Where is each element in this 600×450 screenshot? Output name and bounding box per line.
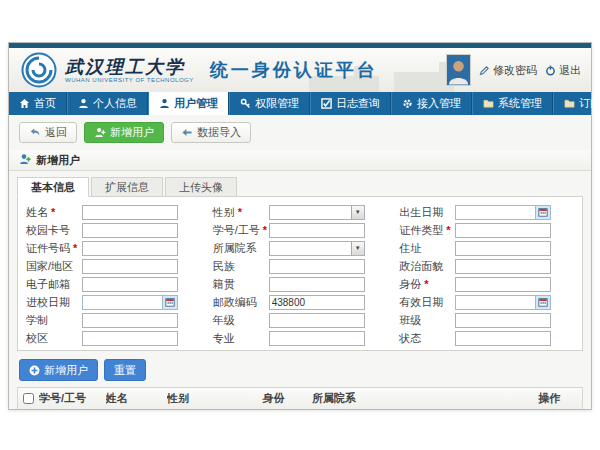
form-field-enroll-date: 进校日期 <box>20 295 207 310</box>
form-row: 学制年级班级 <box>20 311 580 329</box>
nav-item-permissions[interactable]: 权限管理 <box>229 92 310 115</box>
field-label-grade: 年级 <box>207 313 269 328</box>
field-input-valid-date[interactable] <box>456 296 535 309</box>
nav-item-label: 个人信息 <box>93 96 137 111</box>
field-input-campus[interactable] <box>82 331 178 346</box>
form-field-campus: 校区 <box>20 331 207 346</box>
field-date-birth-date <box>455 205 551 220</box>
calendar-icon[interactable] <box>535 296 550 309</box>
field-input-political-status[interactable] <box>455 259 551 274</box>
change-password-link[interactable]: 修改密码 <box>479 63 537 78</box>
reset-button-label: 重置 <box>114 363 136 378</box>
field-input-id-number[interactable] <box>82 241 178 256</box>
nav-item-system[interactable]: 系统管理 <box>472 92 553 115</box>
tab-basic-info[interactable]: 基本信息 <box>17 177 89 197</box>
content-area: 返回 新增用户 数据导入 新增用户 基本信息扩展信息上传头像 姓名*性别*▼出生… <box>9 115 591 409</box>
field-input-major[interactable] <box>269 331 365 346</box>
form-row: 国家/地区民族政治面貌 <box>20 257 580 275</box>
field-label-postal-code: 邮政编码 <box>207 295 269 310</box>
form-row: 姓名*性别*▼出生日期 <box>20 203 580 221</box>
field-input-grade[interactable] <box>269 313 365 328</box>
form-row: 证件号码*所属院系▼住址 <box>20 239 580 257</box>
field-date-valid-date <box>455 295 551 310</box>
field-label-major: 专业 <box>207 331 269 346</box>
university-name: 武汉理工大学 <box>65 58 194 77</box>
log-icon <box>321 98 332 109</box>
field-input-schooling[interactable] <box>82 313 178 328</box>
form-field-gender: 性别*▼ <box>207 205 394 220</box>
form-field-native-place: 籍贯 <box>207 277 394 292</box>
nav-item-access[interactable]: 接入管理 <box>391 92 472 115</box>
key-icon <box>240 98 251 109</box>
field-label-status: 状态 <box>393 331 455 346</box>
field-input-student-id[interactable] <box>269 223 365 238</box>
add-user-icon <box>94 127 106 138</box>
field-input-name[interactable] <box>82 205 178 220</box>
data-import-label: 数据导入 <box>197 125 241 140</box>
form-field-major: 专业 <box>207 331 394 346</box>
nav-item-subscription[interactable]: 订阅管理 <box>553 92 600 115</box>
field-select-gender[interactable]: ▼ <box>269 205 365 220</box>
back-arrow-icon <box>29 127 41 138</box>
add-user-toolbar-button[interactable]: 新增用户 <box>84 122 164 143</box>
field-select-department[interactable]: ▼ <box>269 241 365 256</box>
column-header-gender[interactable]: 性别 <box>167 391 262 406</box>
select-all-checkbox[interactable] <box>23 393 34 404</box>
form-field-political-status: 政治面貌 <box>393 259 580 274</box>
data-import-button[interactable]: 数据导入 <box>171 122 251 143</box>
dropdown-arrow-icon[interactable]: ▼ <box>351 206 364 219</box>
nav-item-profile[interactable]: 个人信息 <box>67 92 148 115</box>
plus-circle-icon <box>29 365 40 376</box>
field-input-birth-date[interactable] <box>456 206 535 219</box>
form-field-class: 班级 <box>393 313 580 328</box>
calendar-icon[interactable] <box>162 296 177 309</box>
required-asterisk: * <box>446 224 450 236</box>
logout-link[interactable]: 退出 <box>545 63 581 78</box>
field-input-enroll-date[interactable] <box>83 296 162 309</box>
field-input-native-place[interactable] <box>269 277 365 292</box>
tab-upload-avatar[interactable]: 上传头像 <box>165 177 237 197</box>
nav-item-label: 日志查询 <box>336 96 380 111</box>
field-input-email[interactable] <box>82 277 178 292</box>
form-field-ethnicity: 民族 <box>207 259 394 274</box>
required-asterisk: * <box>51 206 55 218</box>
column-header-name[interactable]: 姓名 <box>106 391 168 406</box>
field-label-name: 姓名* <box>20 205 82 220</box>
field-input-postal-code[interactable] <box>269 295 365 310</box>
tab-extended-info[interactable]: 扩展信息 <box>91 177 163 197</box>
field-input-status[interactable] <box>455 331 551 346</box>
nav-item-logs[interactable]: 日志查询 <box>310 92 391 115</box>
form-field-campus-card: 校园卡号 <box>20 223 207 238</box>
form-field-birth-date: 出生日期 <box>393 205 580 220</box>
column-header-identity[interactable]: 身份 <box>262 391 311 406</box>
field-input-ethnicity[interactable] <box>269 259 365 274</box>
field-label-email: 电子邮箱 <box>20 277 82 292</box>
field-label-valid-date: 有效日期 <box>393 295 455 310</box>
add-user-submit-button[interactable]: 新增用户 <box>19 359 98 381</box>
field-input-campus-card[interactable] <box>82 223 178 238</box>
back-button[interactable]: 返回 <box>19 122 77 143</box>
nav-item-users[interactable]: 用户管理 <box>148 92 229 115</box>
gear-icon <box>402 98 413 109</box>
form-field-id-number: 证件号码* <box>20 241 207 256</box>
nav-item-label: 接入管理 <box>417 96 461 111</box>
column-header-actions[interactable]: 操作 <box>538 391 582 406</box>
home-icon <box>19 98 30 109</box>
add-user-submit-label: 新增用户 <box>44 363 88 378</box>
nav-item-home[interactable]: 首页 <box>9 92 67 115</box>
field-input-address[interactable] <box>455 241 551 256</box>
calendar-icon[interactable] <box>535 206 550 219</box>
field-input-country[interactable] <box>82 259 178 274</box>
field-input-identity[interactable] <box>455 277 551 292</box>
field-input-class[interactable] <box>455 313 551 328</box>
column-header-student-id[interactable]: 学号/工号 <box>39 391 106 406</box>
reset-button[interactable]: 重置 <box>104 359 146 381</box>
field-input-id-type[interactable] <box>455 223 551 238</box>
nav-item-label: 用户管理 <box>174 96 218 111</box>
dropdown-arrow-icon[interactable]: ▼ <box>351 242 364 255</box>
required-asterisk: * <box>424 278 428 290</box>
section-title: 新增用户 <box>36 153 80 168</box>
column-header-department[interactable]: 所属院系 <box>312 391 538 406</box>
tab-bar: 基本信息扩展信息上传头像 <box>9 177 591 197</box>
form-row: 进校日期邮政编码有效日期 <box>20 293 580 311</box>
